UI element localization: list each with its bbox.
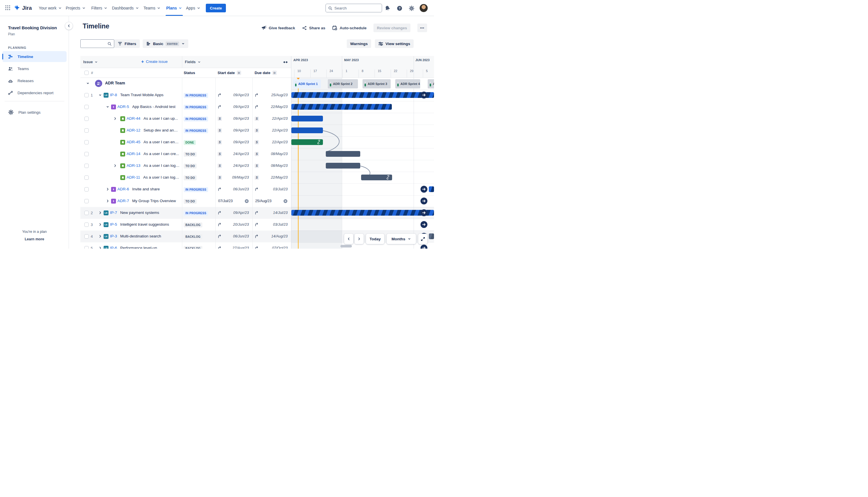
expand-row-icon[interactable] <box>99 211 102 215</box>
row-checkbox[interactable] <box>84 116 89 121</box>
issue-key[interactable]: ADR-44 <box>127 116 140 120</box>
row-checkbox[interactable] <box>84 223 89 227</box>
issue-key[interactable]: IP-6 <box>110 246 117 248</box>
issue-title[interactable]: New payment systems <box>120 211 159 215</box>
start-date-cell[interactable]: S24/Apr/23 <box>215 148 252 160</box>
jira-logo[interactable]: Jira <box>14 0 32 16</box>
scroll-to-bar-button-IP-5[interactable] <box>420 221 428 228</box>
scroll-left-button[interactable] <box>344 234 353 244</box>
issue-key[interactable]: IP-7 <box>110 211 117 215</box>
row-checkbox[interactable] <box>84 234 89 239</box>
app-switcher-icon[interactable] <box>5 5 11 11</box>
issue-key[interactable]: IP-5 <box>110 222 117 227</box>
sidebar-item-teams[interactable]: Teams <box>2 63 67 74</box>
row-checkbox[interactable] <box>84 105 89 109</box>
due-date-cell[interactable]: 25/Aug/23 <box>252 89 291 101</box>
create-issue-button[interactable]: + Create issue <box>141 59 168 64</box>
due-date-cell[interactable]: S22/May/23 <box>252 172 291 183</box>
nav-item-filters[interactable]: Filters <box>91 0 107 16</box>
fields-dropdown[interactable]: Fields <box>185 60 201 64</box>
start-date-cell[interactable]: 06/Jun/23 <box>215 230 252 242</box>
scroll-to-bar-button-ADR-6[interactable] <box>420 186 428 193</box>
due-date-cell[interactable]: S22/Apr/23 <box>252 125 291 137</box>
expand-row-icon[interactable] <box>106 187 110 191</box>
issue-key[interactable]: ADR-5 <box>117 104 129 109</box>
issue-key[interactable]: IP-8 <box>110 93 117 97</box>
expand-row-icon[interactable] <box>113 164 117 168</box>
due-date-cell[interactable]: S22/Apr/23 <box>252 137 291 148</box>
issue-title[interactable]: As a user I can log i... <box>143 175 180 180</box>
issue-title[interactable]: Invite and share <box>132 187 160 191</box>
start-date-cell[interactable]: 09/Apr/23 <box>215 207 252 219</box>
create-button[interactable]: Create <box>206 4 226 12</box>
gantt-bar-ADR-14[interactable] <box>326 151 360 157</box>
start-date-cell[interactable]: S24/Apr/23 <box>215 160 252 172</box>
issue-key[interactable]: ADR-7 <box>117 199 129 203</box>
gantt-bar-ADR-13[interactable] <box>326 163 360 169</box>
issue-title[interactable]: As a user I can ena... <box>144 140 180 144</box>
expand-row-icon[interactable] <box>113 117 117 121</box>
start-date-column-header[interactable]: Start dateD <box>218 71 241 75</box>
start-date-cell[interactable]: 07/Jul/23 <box>215 195 252 207</box>
select-all-checkbox[interactable] <box>84 71 89 75</box>
zoom-level-dropdown[interactable]: Months <box>387 234 416 244</box>
due-date-cell[interactable]: 25/Aug/23 <box>252 195 291 207</box>
sidebar-item-releases[interactable]: Releases <box>2 75 67 86</box>
collapse-row-icon[interactable] <box>99 93 102 97</box>
issue-key[interactable]: ADR-45 <box>127 140 140 144</box>
start-date-cell[interactable]: 20/Jun/23 <box>215 219 252 230</box>
row-checkbox[interactable] <box>84 128 89 133</box>
row-checkbox[interactable] <box>84 175 89 180</box>
row-checkbox[interactable] <box>84 199 89 203</box>
due-date-column-header[interactable]: Due dateD <box>255 71 277 75</box>
status-column-header[interactable]: Status <box>184 71 195 75</box>
due-date-cell[interactable]: S08/May/23 <box>252 160 291 172</box>
start-date-cell[interactable]: S09/Apr/23 <box>215 113 252 125</box>
issue-title[interactable]: Intelligent travel suggestions <box>120 222 169 227</box>
issue-title[interactable]: As a user I can up... <box>144 116 178 120</box>
due-date-cell[interactable]: 03/Jul/23 <box>252 219 291 230</box>
gantt-bar-edge-ADR-6[interactable] <box>429 186 434 192</box>
clear-date-icon[interactable] <box>245 199 249 203</box>
expand-row-icon[interactable] <box>99 246 102 248</box>
nav-item-your-work[interactable]: Your work <box>39 0 62 16</box>
nav-item-apps[interactable]: Apps <box>186 0 201 16</box>
nav-item-projects[interactable]: Projects <box>66 0 86 16</box>
user-avatar[interactable] <box>420 4 428 12</box>
issue-key[interactable]: ADR-13 <box>127 164 140 168</box>
gantt-bar-ADR-12[interactable] <box>291 127 323 133</box>
due-date-cell[interactable]: 14/Jul/23 <box>252 207 291 219</box>
notifications-icon[interactable] <box>384 4 391 12</box>
nav-item-dashboards[interactable]: Dashboards <box>112 0 139 16</box>
scroll-to-bar-button-ADR-7[interactable] <box>420 198 428 204</box>
settings-gear-icon[interactable] <box>408 4 415 12</box>
start-date-cell[interactable]: 27/Aug/23 <box>215 242 252 248</box>
due-date-cell[interactable]: S22/Apr/23 <box>252 113 291 125</box>
gantt-bar-ADR-5[interactable] <box>291 104 392 110</box>
start-date-cell[interactable]: S09/Apr/23 <box>215 125 252 137</box>
issue-key[interactable]: ADR-12 <box>127 128 140 132</box>
today-button[interactable]: Today <box>366 234 384 244</box>
issue-key[interactable]: ADR-11 <box>127 175 140 180</box>
bar-continues-right-button[interactable] <box>420 209 428 216</box>
issue-key[interactable]: IP-3 <box>110 234 117 238</box>
collapse-columns-icon[interactable] <box>283 60 288 65</box>
sidebar-item-dependencies-report[interactable]: Dependencies report <box>2 87 67 98</box>
issue-title[interactable]: As a user I can log i... <box>144 164 180 168</box>
row-checkbox[interactable] <box>84 246 89 248</box>
due-date-cell[interactable]: 22/May/23 <box>252 101 291 113</box>
sidebar-item-plan-settings[interactable]: Plan settings <box>2 107 67 118</box>
issue-title[interactable]: Team Travel Mobile Apps <box>120 93 164 97</box>
due-date-cell[interactable]: S08/May/23 <box>252 148 291 160</box>
nav-item-plans[interactable]: Plans <box>166 0 182 16</box>
due-date-cell[interactable]: 07/Oct/23 <box>252 242 291 248</box>
row-checkbox[interactable] <box>84 140 89 144</box>
start-date-cell[interactable]: 09/Apr/23 <box>215 101 252 113</box>
gantt-bar-edge-IP-3[interactable] <box>429 233 434 239</box>
nav-item-teams[interactable]: Teams <box>144 0 161 16</box>
issue-title[interactable]: Multi-destination search <box>120 234 161 238</box>
issue-title[interactable]: Setup dev and and ... <box>144 128 180 132</box>
clear-date-icon[interactable] <box>283 199 288 203</box>
scroll-right-button[interactable] <box>355 234 364 244</box>
help-icon[interactable]: ? <box>396 4 403 12</box>
